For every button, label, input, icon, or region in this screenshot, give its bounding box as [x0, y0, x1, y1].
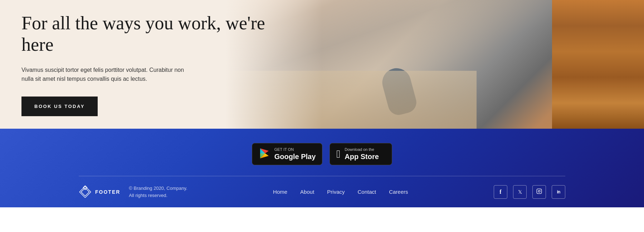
svg-point-13 [540, 189, 541, 190]
google-play-text: GET IT ON Google Play [274, 147, 316, 161]
instagram-button[interactable] [532, 185, 546, 199]
facebook-button[interactable]: f [494, 185, 507, 199]
footer-nav-privacy[interactable]: Privacy [327, 189, 345, 195]
footer-nav: Home About Privacy Contact Careers [187, 189, 494, 195]
google-play-large-text: Google Play [274, 152, 316, 161]
apple-icon:  [336, 149, 340, 159]
book-us-today-button[interactable]: BOOK US TODAY [21, 97, 98, 116]
twitter-button[interactable]: 𝕏 [513, 185, 527, 199]
footer-logo-icon [79, 186, 92, 198]
footer-nav-home[interactable]: Home [273, 189, 287, 195]
app-badges-container: GET IT ON Google Play  Download on the … [0, 129, 644, 176]
footer-logo: FOOTER [79, 186, 120, 198]
hero-subtitle: Vivamus suscipit tortor eget felis portt… [21, 65, 186, 84]
footer-nav-contact[interactable]: Contact [357, 189, 376, 195]
footer-bottom: FOOTER © Branding 2020, Company. All rig… [0, 176, 644, 207]
footer-social: f 𝕏 in [494, 185, 565, 199]
footer: GET IT ON Google Play  Download on the … [0, 129, 644, 207]
hero-title: For all the ways you work, we're here [21, 13, 301, 55]
footer-logo-group: FOOTER © Branding 2020, Company. All rig… [79, 185, 187, 199]
linkedin-icon: in [557, 189, 560, 194]
app-store-small-text: Download on the [345, 147, 379, 152]
footer-logo-text: FOOTER [95, 189, 120, 195]
instagram-icon [536, 188, 542, 196]
hero-content: For all the ways you work, we're here Vi… [0, 0, 322, 129]
footer-nav-about[interactable]: About [300, 189, 314, 195]
footer-nav-careers[interactable]: Careers [389, 189, 408, 195]
svg-rect-11 [537, 189, 541, 193]
google-play-small-text: GET IT ON [274, 147, 316, 152]
hero-section: For all the ways you work, we're here Vi… [0, 0, 644, 129]
app-store-large-text: App Store [345, 152, 379, 161]
app-store-text: Download on the App Store [345, 147, 379, 161]
app-store-badge[interactable]:  Download on the App Store [330, 143, 392, 165]
google-play-badge[interactable]: GET IT ON Google Play [252, 143, 323, 165]
google-play-icon [259, 148, 270, 161]
linkedin-button[interactable]: in [552, 185, 565, 199]
svg-point-12 [538, 190, 540, 192]
footer-copyright: © Branding 2020, Company. All rights res… [129, 185, 187, 199]
facebook-icon: f [499, 189, 501, 195]
twitter-icon: 𝕏 [518, 189, 522, 195]
